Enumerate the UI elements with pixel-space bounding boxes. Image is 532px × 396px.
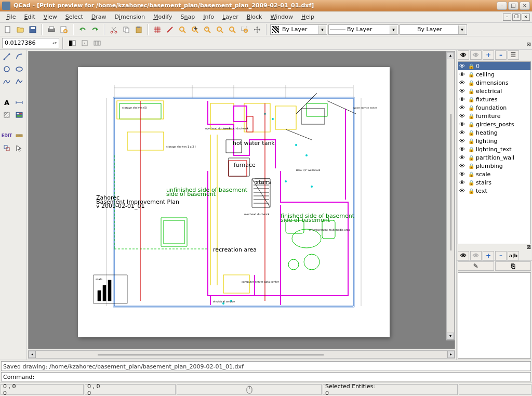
- layer-item-foundation[interactable]: 👁🔒foundation: [458, 103, 530, 112]
- maximize-button[interactable]: □: [508, 2, 518, 10]
- cut-button[interactable]: [108, 24, 119, 35]
- dimension-tool[interactable]: [14, 97, 25, 108]
- color-by-layer-combo[interactable]: By Layer ▾: [270, 24, 327, 35]
- zoom-redraw-button[interactable]: [177, 24, 188, 35]
- layer-item-lighting[interactable]: 👁🔒lighting: [458, 137, 530, 145]
- layer-item-scale[interactable]: 👁🔒scale: [458, 170, 530, 178]
- menu-file[interactable]: File: [2, 12, 20, 21]
- layer-item-lighting_text[interactable]: 👁🔒lighting_text: [458, 145, 530, 153]
- polyline-tool[interactable]: [14, 76, 25, 87]
- block-panel-close-icon[interactable]: ⊠: [527, 244, 531, 250]
- zoom-pan-button[interactable]: [251, 24, 263, 35]
- mdi-restore-button[interactable]: ❐: [512, 14, 521, 21]
- menu-dimension[interactable]: Dimension: [111, 12, 150, 21]
- menu-edit[interactable]: Edit: [20, 12, 39, 21]
- bw-toggle-button[interactable]: [66, 37, 78, 49]
- mdi-close-button[interactable]: ×: [522, 14, 530, 21]
- menu-snap[interactable]: Snap: [177, 12, 200, 21]
- menu-modify[interactable]: Modify: [149, 12, 176, 21]
- layer-item-electrical[interactable]: 👁🔒electrical: [458, 87, 530, 95]
- svg-line-123: [327, 101, 356, 114]
- zoom-auto-button[interactable]: [214, 24, 225, 35]
- layer-item-heating[interactable]: 👁🔒heating: [458, 128, 530, 137]
- layer-item-fixtures[interactable]: 👁🔒fixtures: [458, 95, 530, 103]
- layer-item-stairs[interactable]: 👁🔒stairs: [458, 178, 530, 187]
- print-button[interactable]: [46, 24, 57, 35]
- block-remove-button[interactable]: –: [495, 251, 507, 260]
- undo-button[interactable]: [77, 24, 88, 35]
- zoom-out-button[interactable]: -: [202, 24, 213, 35]
- minimize-button[interactable]: –: [497, 2, 507, 10]
- layer-item-girders_posts[interactable]: 👁🔒girders_posts: [458, 120, 530, 128]
- block-rename-button[interactable]: a|b: [508, 251, 519, 260]
- svg-text:Bilco 1/2" wall board: Bilco 1/2" wall board: [296, 169, 320, 171]
- select-tool[interactable]: [14, 142, 25, 154]
- menu-info[interactable]: Info: [199, 12, 218, 21]
- close-button[interactable]: ×: [520, 2, 530, 10]
- canvas-vscrollbar[interactable]: ▴ ▾: [446, 51, 455, 340]
- menu-block[interactable]: Block: [243, 12, 267, 21]
- layer-item-text[interactable]: 👁🔒text: [458, 187, 530, 195]
- layer-item-plumbing[interactable]: 👁🔒plumbing: [458, 162, 530, 170]
- layer-edit-button[interactable]: ☰: [508, 50, 519, 60]
- zoom-prev-button[interactable]: [227, 24, 238, 35]
- spline-tool[interactable]: [1, 76, 12, 87]
- scale-field[interactable]: 0.0127386▴▾: [2, 38, 59, 48]
- block-edit-button[interactable]: ✎: [458, 261, 494, 271]
- linetype-by-layer-combo[interactable]: By Layer ▾: [400, 24, 467, 35]
- block-insert-button[interactable]: ⎘: [495, 261, 531, 271]
- layer-list[interactable]: 👁🔒0 👁🔒ceiling 👁🔒dimensions 👁🔒electrical …: [458, 61, 531, 244]
- menu-window[interactable]: Window: [267, 12, 297, 21]
- layer-add-button[interactable]: +: [483, 50, 494, 60]
- layer-item-0[interactable]: 👁🔒0: [458, 62, 530, 70]
- ellipse-tool[interactable]: [14, 63, 25, 75]
- svg-point-103: [311, 186, 313, 188]
- open-button[interactable]: [15, 24, 26, 35]
- edit-tool[interactable]: EDIT: [1, 130, 12, 141]
- menu-help[interactable]: Help: [297, 12, 318, 21]
- draft-button[interactable]: [164, 24, 176, 35]
- mdi-minimize-button[interactable]: –: [503, 14, 511, 21]
- line-tool[interactable]: [1, 51, 12, 62]
- layer-item-furniture[interactable]: 👁🔒furniture: [458, 112, 530, 120]
- block-panel-header2: ✎ ⎘: [457, 261, 532, 271]
- layer-item-dimensions[interactable]: 👁🔒dimensions: [458, 78, 530, 87]
- block-list[interactable]: [458, 272, 531, 359]
- image-tool[interactable]: [14, 109, 25, 121]
- block-hideall-button[interactable]: 👁: [470, 251, 482, 260]
- print-preview-button[interactable]: [58, 24, 70, 35]
- linewidth-by-layer-combo[interactable]: By Layer ▾: [328, 24, 398, 35]
- layer-item-partition_wall[interactable]: 👁🔒partition_wall: [458, 153, 530, 162]
- save-button[interactable]: [27, 24, 38, 35]
- circle-tool[interactable]: [1, 63, 12, 75]
- zoom-window-button[interactable]: [239, 24, 250, 35]
- center-page-button[interactable]: [79, 37, 90, 49]
- new-button[interactable]: [2, 24, 14, 35]
- layer-showall-button[interactable]: 👁: [458, 50, 469, 60]
- text-tool[interactable]: A: [1, 97, 12, 108]
- layer-item-ceiling[interactable]: 👁🔒ceiling: [458, 70, 530, 78]
- hatch-tool[interactable]: [1, 109, 12, 121]
- menu-draw[interactable]: Draw: [87, 12, 111, 21]
- paste-button[interactable]: [133, 24, 144, 35]
- layer-panel-close-icon[interactable]: ⊠: [527, 42, 531, 47]
- layer-hideall-button[interactable]: 👁: [470, 50, 482, 60]
- block-tool[interactable]: [1, 142, 12, 154]
- arc-tool[interactable]: [14, 51, 25, 62]
- block-showall-button[interactable]: 👁: [458, 251, 469, 260]
- menu-select[interactable]: Select: [61, 12, 87, 21]
- measure-tool[interactable]: [14, 130, 25, 141]
- drawing-canvas[interactable]: furnace hot water tank stairs recreation…: [28, 51, 455, 349]
- menu-layer[interactable]: Layer: [218, 12, 243, 21]
- copy-button[interactable]: [121, 24, 132, 35]
- zoom-in-button[interactable]: +: [189, 24, 201, 35]
- fit-page-button[interactable]: [91, 37, 103, 49]
- layer-remove-button[interactable]: –: [495, 50, 507, 60]
- menu-view[interactable]: View: [39, 12, 61, 21]
- grid-button[interactable]: [152, 24, 163, 35]
- canvas-hscrollbar[interactable]: ◂ ▸: [28, 350, 455, 359]
- print-page: furnace hot water tank stairs recreation…: [78, 67, 390, 337]
- block-add-button[interactable]: +: [483, 251, 494, 260]
- redo-button[interactable]: [89, 24, 101, 35]
- command-input[interactable]: [36, 374, 529, 380]
